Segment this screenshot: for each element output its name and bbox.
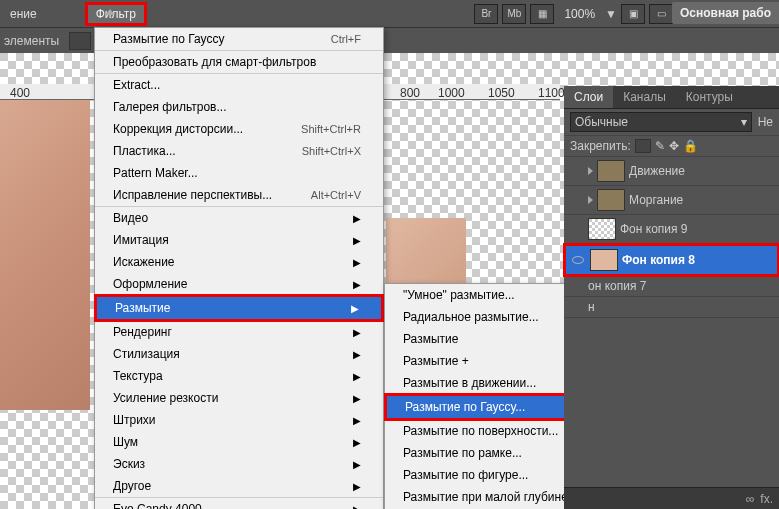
layer-name: Моргание [629,193,683,207]
tab-paths[interactable]: Контуры [676,86,743,108]
layer-row[interactable]: Моргание [564,186,779,215]
fx-icon[interactable]: fx. [760,492,773,506]
menu-item-last-filter[interactable]: Размытие по ГауссуCtrl+F [95,28,383,51]
filter-menu-button[interactable]: Фильтр [85,2,147,26]
zoom-level[interactable]: 100% [558,7,601,21]
ruler-tick: 1050 [488,86,515,100]
lock-row: Закрепить: ✎ ✥ 🔒 [564,136,779,157]
tab-channels[interactable]: Каналы [613,86,676,108]
menu-item-stylize[interactable]: Стилизация▶ [95,343,383,365]
layer-row[interactable]: он копия 7 [564,276,779,297]
lock-label: Закрепить: [570,139,631,153]
layer-thumbnail [590,249,618,271]
menu-arrow-icon [105,4,115,18]
layers-panel-footer: ∞ fx. [564,487,779,509]
layers-panel: Слои Каналы Контуры Обычные ▾ Не Закрепи… [564,86,779,509]
menu-fragment[interactable]: ение [0,3,47,25]
link-layers-icon[interactable]: ∞ [746,492,755,506]
menu-item-artistic[interactable]: Имитация▶ [95,229,383,251]
folder-icon [597,160,625,182]
panel-tabs: Слои Каналы Контуры [564,86,779,109]
layer-name: он копия 7 [588,279,646,293]
view-icon[interactable]: ▦ [530,4,554,24]
layer-name: Фон копия 8 [622,253,695,267]
canvas-image-center [386,218,466,288]
visibility-toggle[interactable] [568,164,584,178]
ruler-tick: 400 [10,86,30,100]
menu-item-gallery[interactable]: Галерея фильтров... [95,96,383,118]
layer-row[interactable]: Фон копия 9 [564,215,779,244]
menu-item-lens[interactable]: Коррекция дисторсии...Shift+Ctrl+R [95,118,383,140]
layer-row[interactable]: Движение [564,157,779,186]
lock-all-icon[interactable]: 🔒 [683,139,698,153]
menu-item-sketch[interactable]: Эскиз▶ [95,453,383,475]
menu-item-brush[interactable]: Штрихи▶ [95,409,383,431]
toolbar-icons: Br Mb ▦ 100% ▼ ▣ ▭ [468,0,679,27]
menu-item-texture[interactable]: Текстура▶ [95,365,383,387]
menu-item-noise[interactable]: Шум▶ [95,431,383,453]
lock-move-icon[interactable]: ✥ [669,139,679,153]
menu-item-liquify[interactable]: Пластика...Shift+Ctrl+X [95,140,383,162]
menu-item-plugin-eyecandy[interactable]: Eye Candy 4000▶ [95,498,383,509]
menu-item-blur[interactable]: Размытие▶ [94,294,384,322]
minibridge-icon[interactable]: Mb [502,4,526,24]
workspace-button[interactable]: Основная рабо [672,2,779,24]
layer-name: Движение [629,164,685,178]
opacity-label: Не [758,115,773,129]
align-icon-1[interactable] [69,32,91,50]
zoom-dropdown-icon[interactable]: ▼ [605,7,617,21]
menu-item-pixelate[interactable]: Оформление▶ [95,273,383,295]
layer-row-selected[interactable]: Фон копия 8 [563,243,779,277]
canvas-image-left [0,100,90,410]
expand-icon[interactable] [588,167,593,175]
visibility-toggle[interactable] [568,300,584,314]
blend-mode-row: Обычные ▾ Не [564,109,779,136]
options-label: элементы [4,34,59,48]
visibility-toggle[interactable] [568,222,584,236]
visibility-toggle[interactable] [568,193,584,207]
visibility-toggle[interactable] [568,279,584,293]
visibility-toggle[interactable] [570,253,586,267]
menu-item-pattern[interactable]: Pattern Maker... [95,162,383,184]
lock-brush-icon[interactable]: ✎ [655,139,665,153]
tab-layers[interactable]: Слои [564,86,613,108]
menu-item-vanish[interactable]: Исправление перспективы...Alt+Ctrl+V [95,184,383,207]
layer-thumbnail [588,218,616,240]
expand-icon[interactable] [588,196,593,204]
blend-mode-select[interactable]: Обычные ▾ [570,112,752,132]
filter-dropdown-menu: Размытие по ГауссуCtrl+F Преобразовать д… [94,27,384,509]
layer-name: Фон копия 9 [620,222,688,236]
menu-item-video[interactable]: Видео▶ [95,207,383,229]
screen-icon[interactable]: ▭ [649,4,673,24]
menu-item-distort[interactable]: Искажение▶ [95,251,383,273]
eye-icon [572,256,584,264]
layer-row[interactable]: н [564,297,779,318]
lock-transparency-icon[interactable] [635,139,651,153]
menu-item-sharpen[interactable]: Усиление резкости▶ [95,387,383,409]
layer-name: н [588,300,595,314]
menu-item-other[interactable]: Другое▶ [95,475,383,498]
menu-item-extract[interactable]: Extract... [95,74,383,96]
ruler-tick: 1100 [538,86,565,100]
ruler-tick: 800 [400,86,420,100]
bridge-icon[interactable]: Br [474,4,498,24]
ruler-tick: 1000 [438,86,465,100]
menu-item-render[interactable]: Рендеринг▶ [95,321,383,343]
menu-item-smart[interactable]: Преобразовать для смарт-фильтров [95,51,383,74]
folder-icon [597,189,625,211]
arrange-icon[interactable]: ▣ [621,4,645,24]
